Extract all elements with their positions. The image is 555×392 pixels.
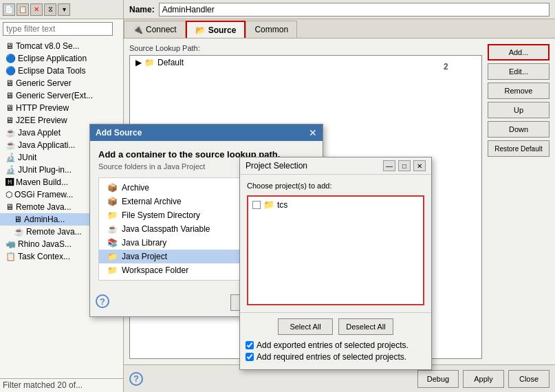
proj-label: Choose project(s) to add: <box>247 182 424 190</box>
apply-button[interactable]: Apply <box>463 370 504 388</box>
rhino-icon: 🦏 <box>6 238 16 250</box>
close-proj-button[interactable]: ✕ <box>413 160 426 171</box>
up-button[interactable]: Up <box>488 102 549 118</box>
applet-icon: ☕ <box>6 127 16 139</box>
folder-icon: 📁 <box>144 56 155 69</box>
proj-footer: Select All Deselect All Add exported ent… <box>240 312 431 369</box>
name-input[interactable] <box>159 3 549 17</box>
proj-controls: — □ ✕ <box>383 160 426 171</box>
proj-list: 📁 tcs <box>247 195 424 305</box>
project-checkbox[interactable] <box>252 201 261 209</box>
junit-icon: 🔬 <box>6 151 16 164</box>
app-icon: 🔵 <box>6 65 16 77</box>
proj-body: Choose project(s) to add: 📁 tcs <box>240 175 431 312</box>
tab-source[interactable]: 📂 Source <box>186 21 246 38</box>
deselect-all-button[interactable]: Deselect All <box>338 318 393 335</box>
exported-checkbox-row: Add exported entries of selected project… <box>246 340 426 350</box>
add-source-close[interactable]: ✕ <box>309 127 317 138</box>
minimize-button[interactable]: — <box>383 160 395 171</box>
debug-button[interactable]: Debug <box>417 370 459 388</box>
filter-input[interactable] <box>3 22 113 36</box>
proj-footer-btns: Select All Deselect All <box>246 318 426 335</box>
copy-btn[interactable]: 📋 <box>17 3 29 16</box>
new-btn[interactable]: 📄 <box>3 3 15 16</box>
workspace-icon: 📁 <box>107 263 118 277</box>
server-icon: ☕ <box>14 226 24 238</box>
select-all-button[interactable]: Select All <box>278 318 333 335</box>
proj-header: Project Selection — □ ✕ <box>240 157 431 175</box>
list-item[interactable]: 🔵 Eclipse Application <box>0 52 123 65</box>
help-button[interactable]: ? <box>129 372 143 386</box>
list-item[interactable]: 🖥 Generic Server(Ext... <box>0 89 123 102</box>
ext-archive-icon: 📦 <box>107 195 118 208</box>
restore-button[interactable]: Restore Default <box>488 140 549 157</box>
project-icon: 📁 <box>107 250 118 263</box>
server-icon: 🖥 <box>6 40 14 52</box>
remote-icon: 🖥 <box>6 201 14 213</box>
name-bar: Name: <box>124 0 555 19</box>
filter-btn[interactable]: ⧖ <box>44 3 56 16</box>
expand-icon: ▶ <box>135 56 142 69</box>
tab-common[interactable]: Common <box>246 21 297 38</box>
app-icon: 🔵 <box>6 52 16 65</box>
badge-2: 2 <box>444 62 448 72</box>
osgi-icon: ⬡ <box>6 188 12 201</box>
app-icon: ☕ <box>6 139 16 151</box>
required-checkbox-row: Add required entries of selected project… <box>246 352 426 362</box>
required-checkbox[interactable] <box>246 353 254 361</box>
list-item[interactable]: 🖥 Generic Server <box>0 77 123 89</box>
project-item-tcs[interactable]: 📁 tcs <box>250 198 422 212</box>
tab-bar: 🔌 Connect 📂 Source Common <box>124 19 555 39</box>
server-icon: 🖥 <box>6 114 14 127</box>
tab-connect[interactable]: 🔌 Connect <box>124 21 186 38</box>
project-folder-icon: 📁 <box>263 198 274 212</box>
connect-icon: 🔌 <box>133 25 143 34</box>
project-selection-dialog: Project Selection — □ ✕ Choose project(s… <box>239 157 432 370</box>
edit-button[interactable]: Edit... <box>488 63 549 80</box>
remove-button[interactable]: Remove <box>488 83 549 99</box>
close-button[interactable]: Close <box>508 370 549 388</box>
source-icon: 📂 <box>195 25 206 35</box>
archive-icon: 📦 <box>107 181 118 195</box>
list-item[interactable]: 🖥 Tomcat v8.0 Se... <box>0 40 123 52</box>
add-button[interactable]: Add... <box>488 44 549 61</box>
maximize-button[interactable]: □ <box>398 160 411 171</box>
maven-icon: 🅼 <box>6 176 14 188</box>
list-item[interactable]: 🖥 HTTP Preview <box>0 102 123 114</box>
lookup-label: Source Lookup Path: <box>129 44 482 52</box>
add-source-help[interactable]: ? <box>96 294 109 308</box>
classpath-icon: ☕ <box>107 222 118 236</box>
add-source-header: Add Source ✕ <box>90 124 323 141</box>
server-icon: 🖥 <box>14 213 22 226</box>
junit-icon: 🔬 <box>6 164 16 176</box>
toolbar: 📄 📋 ✕ ⧖ ▾ <box>0 0 123 19</box>
server-icon: 🖥 <box>6 102 14 114</box>
status-bar: Filter matched 20 of... <box>0 378 123 392</box>
server-icon: 🖥 <box>6 89 14 102</box>
library-icon: 📚 <box>107 236 118 250</box>
menu-btn[interactable]: ▾ <box>58 3 70 16</box>
name-label: Name: <box>129 5 155 14</box>
down-button[interactable]: Down <box>488 121 549 138</box>
delete-btn[interactable]: ✕ <box>30 3 43 16</box>
source-buttons: Add... Edit... Remove Up Down Restore De… <box>488 44 549 359</box>
proj-title: Project Selection <box>246 161 307 171</box>
source-tree-item[interactable]: ▶ 📁 Default <box>130 56 481 69</box>
server-icon: 🖥 <box>6 77 14 89</box>
exported-checkbox[interactable] <box>246 341 254 349</box>
list-item[interactable]: 🔵 Eclipse Data Tools <box>0 65 123 77</box>
filesystem-icon: 📁 <box>107 208 118 222</box>
task-icon: 📋 <box>6 250 16 263</box>
